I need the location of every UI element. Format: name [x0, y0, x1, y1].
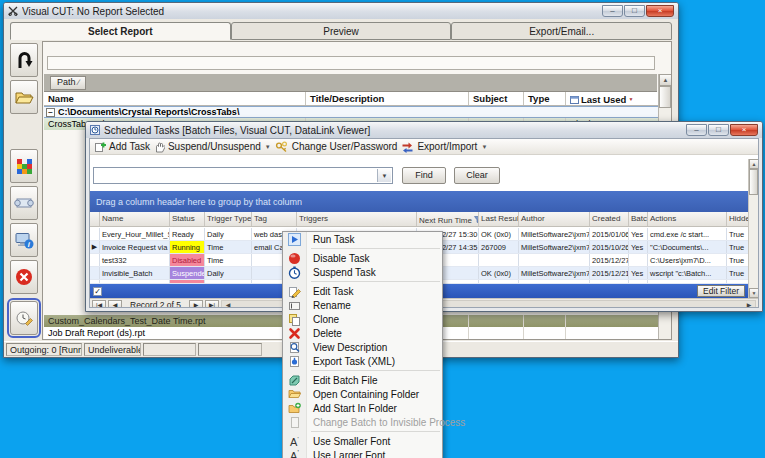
search-combo[interactable]: ▼: [93, 167, 393, 184]
smaller-font-icon: A': [287, 434, 302, 448]
menu-item-change-batch-invisible[interactable]: Change Batch to Invisible Process: [283, 415, 442, 429]
next-record-button[interactable]: ▶: [189, 300, 203, 308]
tab-preview[interactable]: Preview: [231, 22, 452, 40]
combo-dropdown-icon[interactable]: ▼: [377, 169, 391, 182]
tab-strip: Select Report Preview Export/Email...: [10, 22, 672, 40]
menu-item-delete[interactable]: Delete: [283, 326, 442, 340]
export-import-button[interactable]: Export/Import ▼: [401, 141, 487, 153]
first-record-button[interactable]: |◀: [92, 300, 106, 308]
menu-item-open-containing-folder[interactable]: Open Containing Folder: [283, 387, 442, 401]
export-task-icon: [287, 354, 302, 368]
find-button[interactable]: Find: [402, 167, 446, 184]
status-panel: [198, 343, 262, 356]
cell-last-result: OK (0x0): [479, 228, 519, 240]
column-trigger-type[interactable]: Trigger Type: [205, 212, 252, 226]
exit-button[interactable]: [10, 260, 38, 294]
maximize-button[interactable]: □: [624, 5, 645, 17]
column-name[interactable]: Name: [44, 92, 306, 105]
cell-status: Ready: [170, 228, 205, 240]
column-next-run-time[interactable]: Next Run Time: [417, 212, 479, 226]
group-row[interactable]: − C:\Documents\Crystal Reports\CrossTabs…: [44, 106, 661, 118]
system-info-button[interactable]: i: [10, 223, 38, 257]
column-subject[interactable]: Subject: [469, 92, 524, 105]
tab-export-email[interactable]: Export/Email...: [451, 22, 672, 40]
script-button[interactable]: [10, 186, 38, 220]
menu-item-use-larger-font[interactable]: A' Use Larger Font: [283, 448, 442, 458]
undo-button[interactable]: [10, 43, 38, 77]
close-button[interactable]: ×: [646, 5, 674, 17]
filter-checkbox[interactable]: ✓: [93, 287, 102, 296]
scrollbar-thumb[interactable]: [659, 86, 671, 108]
column-batch[interactable]: Batch: [629, 212, 648, 226]
column-created[interactable]: Created: [590, 212, 629, 226]
menu-item-export-task[interactable]: Export Task (XML): [283, 354, 442, 368]
svg-text:': ': [298, 436, 299, 442]
open-report-button[interactable]: [10, 80, 38, 114]
last-record-button[interactable]: ▶|: [205, 300, 219, 308]
scroll-down-arrow[interactable]: ▼: [749, 288, 759, 298]
menu-item-edit-batch-file[interactable]: Edit Batch File: [283, 373, 442, 387]
menu-item-use-smaller-font[interactable]: A' Use Smaller Font: [283, 434, 442, 448]
svg-text:': ': [298, 449, 299, 456]
group-by-bar[interactable]: Drag a column header here to group by th…: [90, 191, 758, 212]
scroll-up-arrow[interactable]: ▲: [749, 159, 759, 169]
computer-info-icon: i: [14, 232, 34, 249]
cell-created: 2015/01/06...: [590, 228, 629, 240]
column-last-result[interactable]: Last Result: [479, 212, 519, 226]
column-tag[interactable]: Tag: [252, 212, 297, 226]
menu-item-view-description[interactable]: View Description: [283, 340, 442, 354]
cell-actions: C:\Users\jxm7\D...: [648, 254, 727, 266]
cell-name: Invoice Request via email c...: [100, 241, 170, 253]
sort-desc-icon: ▼: [628, 96, 633, 102]
undo-icon: [15, 49, 33, 71]
menu-item-add-start-in-folder[interactable]: Add Start In Folder: [283, 401, 442, 415]
collapse-icon[interactable]: −: [46, 108, 55, 117]
clear-button[interactable]: Clear: [454, 167, 500, 184]
scrollbar-thumb[interactable]: [749, 169, 758, 195]
scroll-right-arrow[interactable]: ▶: [743, 301, 755, 308]
menu-item-disable-task[interactable]: Disable Task: [283, 251, 442, 265]
scroll-left-arrow[interactable]: ◀: [222, 301, 234, 308]
column-title-description[interactable]: Title/Description: [306, 92, 469, 105]
path-column-chip[interactable]: Path ∕: [50, 76, 86, 90]
column-actions[interactable]: Actions: [648, 212, 727, 226]
menu-item-clone[interactable]: Clone: [283, 312, 442, 326]
delete-icon: [287, 326, 302, 340]
suspend-unsuspend-button[interactable]: Suspend/Unsuspend ▼: [154, 141, 271, 153]
add-folder-icon: [287, 401, 302, 415]
add-task-icon: [94, 141, 106, 153]
cell-trigger-type: Daily: [205, 267, 252, 279]
grid-vertical-scrollbar[interactable]: ▲ ▼: [748, 159, 758, 298]
add-task-button[interactable]: Add Task: [94, 141, 150, 153]
column-status[interactable]: Status: [170, 212, 205, 226]
dialog-maximize-button[interactable]: □: [708, 124, 729, 136]
cell-status: Disabled: [170, 254, 205, 266]
open-folder-icon: [287, 387, 302, 401]
menu-item-rename[interactable]: Rename: [283, 298, 442, 312]
main-titlebar[interactable]: Visual CUT: No Report Selected – □ ×: [4, 3, 678, 19]
menu-item-suspend-task[interactable]: Suspend Task: [283, 265, 442, 279]
edit-filter-button[interactable]: Edit Filter: [697, 285, 745, 297]
export-import-icon: [401, 141, 414, 153]
column-name[interactable]: Name: [100, 212, 170, 226]
formulas-button[interactable]: [10, 149, 38, 183]
column-author[interactable]: Author: [519, 212, 590, 226]
window-title: Visual CUT: No Report Selected: [22, 6, 598, 17]
column-last-used[interactable]: Last Used ▼: [566, 92, 661, 105]
report-path-field[interactable]: [47, 56, 655, 70]
menu-item-edit-task[interactable]: Edit Task: [283, 284, 442, 298]
dialog-close-button[interactable]: ×: [730, 124, 758, 136]
scroll-up-arrow[interactable]: ▲: [659, 74, 672, 86]
dialog-toolbar: Add Task Suspend/Unsuspend ▼ Change User…: [90, 139, 758, 155]
column-triggers[interactable]: Triggers: [297, 212, 417, 226]
dialog-titlebar[interactable]: Scheduled Tasks [Batch Files, Visual CUT…: [86, 122, 762, 138]
report-last-used: [566, 327, 661, 339]
menu-item-run-task[interactable]: Run Task: [283, 232, 442, 246]
tab-select-report[interactable]: Select Report: [10, 22, 231, 40]
prev-record-button[interactable]: ◀: [108, 300, 122, 308]
change-user-password-button[interactable]: Change User/Password: [275, 141, 398, 153]
column-type[interactable]: Type: [524, 92, 566, 105]
minimize-button[interactable]: –: [602, 5, 623, 17]
dialog-minimize-button[interactable]: –: [686, 124, 707, 136]
scheduler-button[interactable]: [10, 301, 38, 335]
